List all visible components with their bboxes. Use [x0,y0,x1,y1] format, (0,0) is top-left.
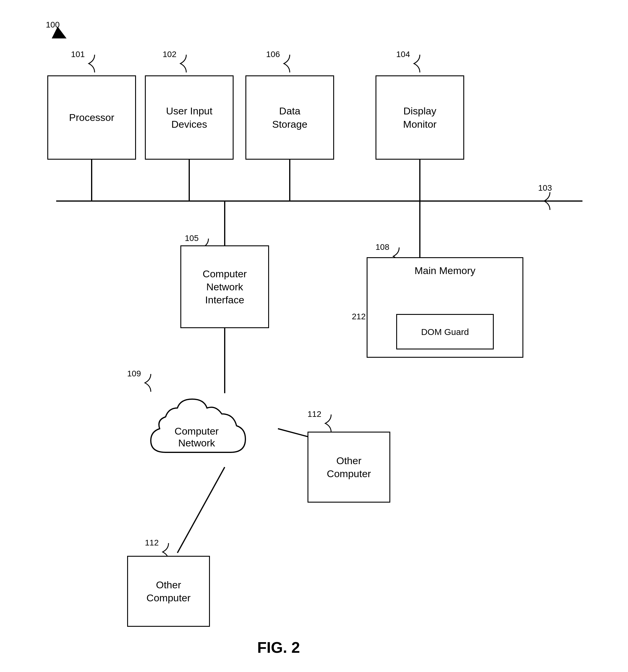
ref-101: 101 [71,50,85,59]
svg-text:Network: Network [178,437,216,449]
dom-guard-box: DOM Guard [396,314,494,350]
ref-109-bracket [142,374,160,392]
ref-112-2: 112 [145,538,159,548]
display-monitor-box: DisplayMonitor [376,75,464,160]
other-computer-1-box: OtherComputer [308,432,390,503]
ref-212: 212 [352,312,366,321]
cloud-svg: Computer Network [142,393,254,476]
ref-112-1-bracket [322,414,340,432]
ref-102-bracket [177,55,195,75]
data-storage-box: DataStorage [245,75,334,160]
ref-108: 108 [376,242,389,252]
main-arrow [52,27,70,44]
computer-network-cloud: Computer Network [142,393,254,477]
user-input-devices-box: User InputDevices [145,75,234,160]
ref-105: 105 [185,234,199,243]
ref-102: 102 [163,50,176,59]
other-computer-2-box: OtherComputer [127,556,210,627]
ref-106: 106 [266,50,280,59]
processor-box: Processor [47,75,136,160]
ref-101-bracket [86,55,103,75]
svg-marker-10 [52,27,67,39]
ref-103-bracket [541,192,559,210]
ref-109: 109 [127,369,141,379]
diagram: 100 101 102 106 104 103 105 108 212 109 [0,0,628,672]
ref-106-bracket [281,55,299,75]
ref-103: 103 [538,183,552,193]
ref-104: 104 [396,50,410,59]
svg-line-9 [177,467,225,553]
svg-text:Computer: Computer [174,426,218,437]
figure-caption: FIG. 2 [257,639,300,656]
main-memory-box: Main Memory DOM Guard [367,257,523,358]
computer-network-interface-box: ComputerNetworkInterface [180,245,269,328]
ref-112-1: 112 [308,409,321,419]
ref-104-bracket [411,55,429,75]
